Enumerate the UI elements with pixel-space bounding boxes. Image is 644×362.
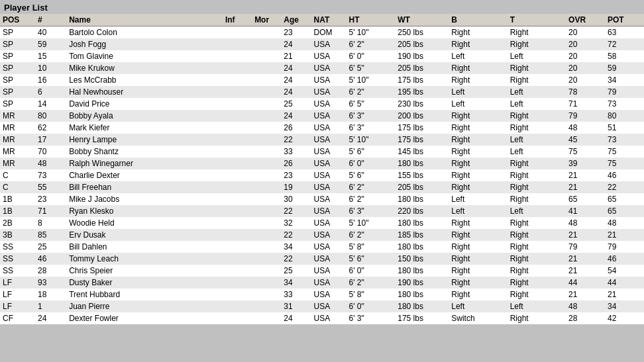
table-row[interactable]: LF18Trent Hubbard33USA5' 8"180 lbsRightR… [0, 289, 644, 300]
table-row[interactable]: MR62Mark Kiefer26USA6' 3"175 lbsRightRig… [0, 122, 644, 134]
cell-t: Right [508, 193, 566, 205]
cell-b: Right [449, 253, 507, 265]
cell-ht: 6' 0" [347, 158, 396, 169]
table-row[interactable]: SS28Chris Speier25USA6' 0"180 lbsRightRi… [0, 265, 644, 277]
cell-inf [223, 193, 252, 205]
cell-name: Bill Freehan [66, 181, 223, 193]
cell-nat: USA [311, 312, 347, 324]
table-row[interactable]: MR80Bobby Ayala24USA6' 3"200 lbsRightRig… [0, 110, 644, 122]
table-row[interactable]: SP15Tom Glavine21USA6' 0"190 lbsLeftLeft… [0, 50, 644, 62]
cell-wt: 175 lbs [395, 312, 449, 324]
cell-age: 23 [281, 26, 311, 39]
cell-nat: USA [311, 169, 347, 181]
cell-inf [223, 229, 252, 241]
cell-num: 15 [35, 50, 66, 62]
cell-inf [223, 146, 252, 158]
cell-mor [252, 229, 281, 241]
cell-ht: 6' 2" [347, 277, 396, 289]
table-row[interactable]: MR70Bobby Shantz33USA5' 6"145 lbsRightLe… [0, 146, 644, 158]
cell-inf [223, 265, 252, 277]
table-header-row: POS # Name Inf Mor Age NAT HT WT B T OVR… [0, 14, 644, 26]
table-row[interactable]: SP10Mike Krukow24USA6' 5"205 lbsRightRig… [0, 62, 644, 74]
table-row[interactable]: CF24Dexter Fowler24USA6' 3"175 lbsSwitch… [0, 312, 644, 324]
cell-b: Left [449, 98, 507, 110]
table-row[interactable]: SP16Les McCrabb24USA5' 10"175 lbsRightRi… [0, 74, 644, 86]
table-row[interactable]: 1B71Ryan Klesko22USA6' 3"220 lbsLeftLeft… [0, 205, 644, 217]
cell-ht: 6' 0" [347, 265, 396, 277]
cell-t: Right [508, 312, 566, 324]
col-header-age: Age [281, 14, 311, 26]
cell-name: Bobby Ayala [66, 110, 223, 122]
cell-pos: LF [0, 277, 35, 289]
cell-age: 24 [281, 312, 311, 324]
cell-ovr: 79 [566, 110, 605, 122]
table-row[interactable]: LF1Juan Pierre31USA6' 0"180 lbsLeftLeft4… [0, 300, 644, 312]
cell-nat: USA [311, 158, 347, 169]
table-row[interactable]: 3B85Erv Dusak22USA6' 2"185 lbsRightRight… [0, 229, 644, 241]
cell-name: Bill Dahlen [66, 241, 223, 253]
cell-b: Right [449, 217, 507, 229]
cell-ht: 6' 3" [347, 312, 396, 324]
cell-age: 22 [281, 205, 311, 217]
cell-ovr: 79 [566, 241, 605, 253]
cell-name: Erv Dusak [66, 229, 223, 241]
cell-ovr: 44 [566, 277, 605, 289]
cell-age: 24 [281, 74, 311, 86]
table-row[interactable]: C55Bill Freehan19USA6' 2"205 lbsRightRig… [0, 181, 644, 193]
cell-nat: USA [311, 74, 347, 86]
col-header-b: B [449, 14, 507, 26]
cell-ht: 6' 2" [347, 229, 396, 241]
cell-mor [252, 205, 281, 217]
cell-t: Right [508, 265, 566, 277]
table-row[interactable]: 2B8Woodie Held32USA5' 10"180 lbsRightRig… [0, 217, 644, 229]
cell-nat: USA [311, 241, 347, 253]
table-row[interactable]: SS25Bill Dahlen34USA5' 8"180 lbsRightRig… [0, 241, 644, 253]
table-row[interactable]: MR17Henry Lampe22USA5' 10"175 lbsRightLe… [0, 134, 644, 146]
cell-mor [252, 217, 281, 229]
cell-mor [252, 289, 281, 300]
cell-mor [252, 300, 281, 312]
cell-num: 8 [35, 217, 66, 229]
cell-b: Right [449, 158, 507, 169]
cell-age: 21 [281, 50, 311, 62]
cell-wt: 155 lbs [395, 169, 449, 181]
table-row[interactable]: MR48Ralph Winegarner26USA6' 0"180 lbsRig… [0, 158, 644, 169]
cell-mor [252, 98, 281, 110]
cell-name: Mark Kiefer [66, 122, 223, 134]
cell-nat: USA [311, 98, 347, 110]
cell-ovr: 48 [566, 300, 605, 312]
col-header-pos: POS [0, 14, 35, 26]
cell-ovr: 21 [566, 265, 605, 277]
cell-name: Mike Krukow [66, 62, 223, 74]
cell-b: Right [449, 146, 507, 158]
cell-num: 93 [35, 277, 66, 289]
cell-b: Right [449, 134, 507, 146]
col-header-name: Name [66, 14, 223, 26]
table-row[interactable]: SS46Tommy Leach22USA5' 6"150 lbsRightRig… [0, 253, 644, 265]
page-title: Player List [4, 3, 48, 13]
table-row[interactable]: 1B23Mike J Jacobs30USA6' 2"180 lbsLeftRi… [0, 193, 644, 205]
cell-ovr: 21 [566, 229, 605, 241]
cell-inf [223, 181, 252, 193]
table-row[interactable]: SP40Bartolo Colon23DOM5' 10"250 lbsRight… [0, 26, 644, 39]
cell-ht: 6' 2" [347, 86, 396, 98]
cell-num: 17 [35, 134, 66, 146]
cell-pos: 2B [0, 217, 35, 229]
cell-pos: MR [0, 110, 35, 122]
cell-num: 70 [35, 146, 66, 158]
cell-age: 25 [281, 98, 311, 110]
cell-pos: SS [0, 241, 35, 253]
table-row[interactable]: SP6Hal Newhouser24USA6' 2"195 lbsLeftLef… [0, 86, 644, 98]
cell-ovr: 20 [566, 74, 605, 86]
table-row[interactable]: C73Charlie Dexter23USA5' 6"155 lbsRightR… [0, 169, 644, 181]
cell-num: 80 [35, 110, 66, 122]
cell-inf [223, 122, 252, 134]
cell-age: 30 [281, 193, 311, 205]
cell-num: 62 [35, 122, 66, 134]
table-row[interactable]: SP59Josh Fogg24USA6' 2"205 lbsRightRight… [0, 38, 644, 50]
cell-mor [252, 253, 281, 265]
table-row[interactable]: LF93Dusty Baker34USA6' 2"190 lbsRightRig… [0, 277, 644, 289]
cell-name: Dexter Fowler [66, 312, 223, 324]
table-row[interactable]: SP14David Price25USA6' 5"230 lbsLeftLeft… [0, 98, 644, 110]
cell-num: 6 [35, 86, 66, 98]
